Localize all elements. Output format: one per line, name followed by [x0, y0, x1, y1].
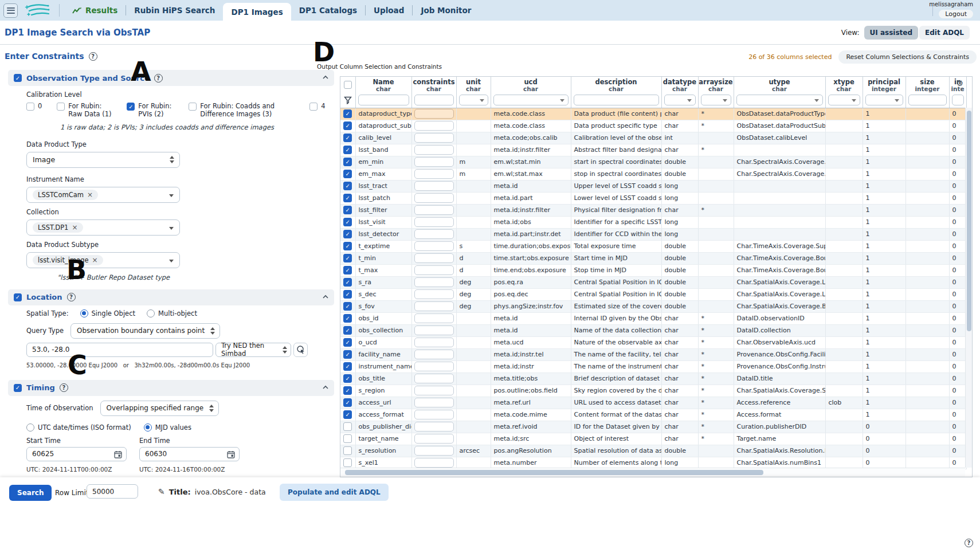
constraint-input[interactable] [414, 217, 454, 227]
row-checkbox[interactable] [343, 458, 352, 467]
query-type-select[interactable]: Observation boundary contains point [70, 323, 220, 339]
constraint-input[interactable] [414, 338, 454, 347]
row-checkbox[interactable]: ✓ [343, 290, 352, 299]
help-icon[interactable]: ? [67, 293, 76, 301]
tab-rubin-hips-search[interactable]: Rubin HiPS Search [126, 0, 223, 21]
constraint-input[interactable] [414, 133, 454, 143]
locate-on-image-button[interactable] [293, 343, 308, 357]
hamburger-menu-button[interactable] [3, 3, 18, 18]
filter-input-constraints[interactable] [414, 95, 454, 105]
checkbox-icon[interactable] [26, 103, 34, 111]
chevron-up-icon[interactable] [323, 75, 328, 81]
filter-select-principal[interactable] [865, 95, 903, 105]
row-checkbox[interactable]: ✓ [343, 230, 352, 238]
select-all-checkbox[interactable] [344, 81, 352, 89]
radio-mjd-values[interactable]: MJD values [144, 423, 191, 432]
start-time-input[interactable]: 60625 [26, 447, 127, 461]
row-checkbox[interactable]: ✓ [343, 254, 352, 262]
column-header-ucd[interactable]: ucdchar [491, 77, 571, 93]
radio-single-object[interactable]: Single Object [80, 309, 135, 317]
constraint-input[interactable] [414, 145, 454, 155]
constraint-input[interactable] [414, 169, 454, 179]
column-header-size[interactable]: sizeinteger [905, 77, 949, 93]
row-checkbox[interactable]: ✓ [343, 134, 352, 142]
filter-input-size[interactable] [908, 95, 947, 105]
constraint-input[interactable] [414, 446, 454, 456]
table-options-gear-icon[interactable]: ⚙ [956, 79, 963, 87]
filter-select-utype[interactable] [736, 95, 823, 105]
populate-adql-button[interactable]: Populate and edit ADQL [280, 484, 389, 501]
time-of-observation-select[interactable]: Overlapping specified range [100, 401, 219, 416]
row-limit-input[interactable]: 50000 [87, 484, 138, 499]
constraint-input[interactable] [414, 374, 454, 383]
row-checkbox[interactable]: ✓ [343, 314, 352, 323]
horizontal-scrollbar-thumb[interactable] [345, 470, 763, 475]
row-checkbox[interactable]: ✓ [343, 206, 352, 214]
chip-remove-icon[interactable]: × [72, 223, 77, 232]
row-checkbox[interactable]: ✓ [343, 326, 352, 335]
constraint-input[interactable] [414, 205, 454, 215]
vertical-scrollbar[interactable] [965, 108, 972, 468]
edit-pencil-icon[interactable]: ✎ [158, 487, 165, 496]
calendar-icon[interactable] [227, 450, 235, 460]
radio-multi-object[interactable]: Multi-object [147, 309, 197, 317]
row-checkbox[interactable]: ✓ [343, 362, 352, 371]
resolver-select[interactable]: Try NED then Simbad [215, 343, 291, 357]
coordinates-input[interactable]: 53.0, -28.0 [26, 343, 213, 357]
constraint-input[interactable] [414, 422, 454, 432]
constraint-input[interactable] [414, 109, 454, 119]
filter-select-unit[interactable] [459, 95, 488, 105]
row-checkbox[interactable] [343, 446, 352, 455]
column-header-arraysize[interactable]: arraysizechar [698, 77, 734, 93]
row-checkbox[interactable]: ✓ [343, 170, 352, 178]
constraint-input[interactable] [414, 434, 454, 444]
filter-select-datatype[interactable] [664, 95, 696, 105]
row-checkbox[interactable]: ✓ [343, 194, 352, 202]
tab-upload[interactable]: Upload [366, 0, 412, 21]
column-header-xtype[interactable]: xtypechar [825, 77, 863, 93]
filter-select-ucd[interactable] [493, 95, 569, 105]
help-icon[interactable]: ? [89, 52, 97, 61]
column-header-principal[interactable]: principalinteger [863, 77, 905, 93]
constraint-input[interactable] [414, 325, 454, 335]
section-observation-type[interactable]: ✓ Observation Type and Source ? [8, 70, 334, 86]
row-checkbox[interactable]: ✓ [343, 374, 352, 383]
section-timing-checkbox[interactable]: ✓ [14, 384, 22, 392]
tab-dp1-catalogs[interactable]: DP1 Catalogs [291, 0, 365, 21]
constraint-input[interactable] [414, 350, 454, 359]
chevron-up-icon[interactable] [323, 295, 328, 300]
column-header-name[interactable]: Namechar [355, 77, 411, 93]
column-header-utype[interactable]: utypechar [734, 77, 825, 93]
constraint-input[interactable] [414, 458, 454, 468]
row-checkbox[interactable]: ✓ [343, 218, 352, 226]
row-checkbox[interactable] [343, 422, 352, 431]
reset-columns-button[interactable]: Reset Column Selections & Constraints [838, 50, 977, 64]
filter-select-arraysize[interactable] [701, 95, 731, 105]
row-checkbox[interactable]: ✓ [343, 182, 352, 190]
row-checkbox[interactable] [343, 434, 352, 443]
filter-input-description[interactable] [574, 95, 659, 105]
view-ui-assisted-button[interactable]: UI assisted [864, 26, 919, 40]
section-location-checkbox[interactable]: ✓ [14, 293, 22, 301]
constraint-input[interactable] [414, 313, 454, 323]
column-header-description[interactable]: descriptionchar [571, 77, 661, 93]
search-button[interactable]: Search [9, 485, 52, 501]
calibration-option-0[interactable]: 0 [26, 102, 42, 111]
row-checkbox[interactable]: ✓ [343, 350, 352, 359]
tab-dp1-images[interactable]: DP1 Images [223, 3, 291, 21]
column-header-unit[interactable]: unitchar [456, 77, 491, 93]
checkbox-icon[interactable] [57, 103, 65, 111]
data-product-type-select[interactable]: Image [26, 152, 180, 168]
tab-job-monitor[interactable]: Job Monitor [413, 0, 479, 21]
row-checkbox[interactable]: ✓ [343, 266, 352, 274]
column-header-constraints[interactable]: constraintschar [411, 77, 456, 93]
calendar-icon[interactable] [114, 450, 122, 460]
row-checkbox[interactable]: ✓ [343, 242, 352, 250]
chip-remove-icon[interactable]: × [92, 256, 98, 264]
calibration-option-3[interactable]: For Rubin: Coadds and Difference Images … [189, 102, 295, 119]
constraint-input[interactable] [414, 181, 454, 191]
logout-button[interactable]: Logout [939, 10, 973, 18]
row-checkbox[interactable]: ✓ [343, 146, 352, 154]
end-time-input[interactable]: 60630 [139, 447, 240, 461]
constraint-input[interactable] [414, 289, 454, 299]
